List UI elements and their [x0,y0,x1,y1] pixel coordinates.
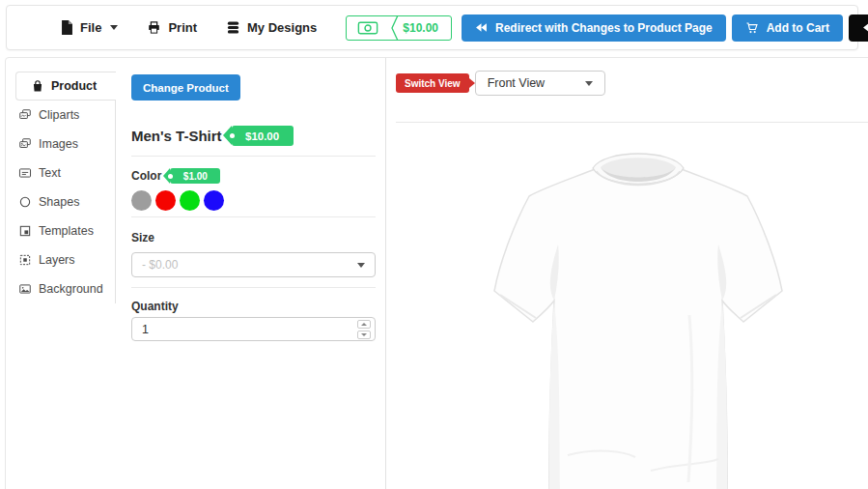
sidebar-tab-images[interactable]: Images [6,129,115,158]
print-label: Print [168,20,197,35]
change-product-label: Change Product [143,82,229,94]
sidebar-tab-product[interactable]: Product [15,72,116,101]
divider [131,216,376,217]
tab-label: Text [39,166,61,180]
quantity-spinner [357,320,371,339]
switch-view-callout: Switch View [396,73,469,93]
designs-stack-icon [226,20,240,35]
back-to-shop-button[interactable]: Back to Shop [849,14,868,42]
print-menu[interactable]: Print [147,20,197,35]
templates-icon [18,224,32,238]
chevron-down-icon [585,81,593,86]
module-sidebar: Product Cliparts Images Text Shapes Temp… [6,72,116,303]
product-price-tag: $10.00 [232,126,294,146]
add-to-cart-button[interactable]: Add to Cart [732,14,843,42]
view-select-value: Front View [488,76,546,90]
shapes-circle-icon [18,195,32,209]
shopping-bag-icon [31,79,44,93]
add-to-cart-label: Add to Cart [767,21,829,35]
file-icon [61,20,73,35]
file-menu[interactable]: File [61,20,118,35]
color-swatches [131,190,376,211]
tshirt-product-image[interactable] [489,136,788,489]
design-total-price-badge: $10.00 [346,15,452,41]
redirect-to-product-page-button[interactable]: Redirect with Changes to Product Page [462,14,726,42]
money-icon [347,21,389,35]
tab-label: Product [51,79,97,93]
my-designs-label: My Designs [247,20,317,35]
color-swatch-red[interactable] [155,190,176,211]
backward-icon [475,22,488,33]
cliparts-icon [18,108,32,122]
sidebar-tab-text[interactable]: Text [6,158,115,187]
total-price-value: $10.00 [399,21,451,35]
tab-label: Templates [39,224,94,238]
sidebar-tab-shapes[interactable]: Shapes [6,187,115,216]
tab-label: Images [39,137,78,151]
tab-label: Background [39,282,103,296]
chevron-down-icon [110,25,118,30]
cart-icon [745,21,759,35]
change-product-button[interactable]: Change Product [131,74,240,101]
color-swatch-green[interactable] [180,190,200,211]
quantity-up-button[interactable] [357,320,371,329]
sidebar-tab-layers[interactable]: Layers [6,245,115,274]
tab-label: Shapes [39,195,79,209]
top-toolbar: File Print My Designs $10.00 Redirect wi… [6,5,858,50]
images-icon [18,137,32,151]
badge-notch [389,15,399,41]
print-icon [147,20,161,35]
chevron-down-icon [357,263,365,268]
quantity-label: Quantity [131,300,376,313]
product-title: Men's T-Shirt [131,128,222,144]
quantity-input[interactable] [133,323,357,336]
size-select-value: - $0.00 [142,258,178,272]
my-designs-menu[interactable]: My Designs [226,20,317,35]
divider [396,122,868,123]
view-select[interactable]: Front View [475,71,605,96]
tab-label: Cliparts [39,108,79,122]
size-select[interactable]: - $0.00 [131,252,376,277]
sidebar-tab-background[interactable]: Background [6,274,115,303]
divider [131,287,376,288]
sidebar-tab-cliparts[interactable]: Cliparts [6,101,115,129]
sidebar-tab-templates[interactable]: Templates [6,216,115,245]
layers-icon [18,253,32,267]
quantity-down-button[interactable] [357,331,371,339]
background-image-icon [18,282,32,296]
file-label: File [80,20,101,35]
product-options-panel: Change Product Men's T-Shirt $10.00 Colo… [115,58,386,489]
divider [131,156,376,157]
color-swatch-grey[interactable] [131,190,152,211]
text-icon [18,166,32,180]
color-price-tag: $1.00 [170,168,220,184]
size-label: Size [131,231,376,244]
redirect-button-label: Redirect with Changes to Product Page [495,21,713,35]
tab-label: Layers [39,253,75,267]
color-label: Color [131,169,161,183]
color-swatch-blue[interactable] [204,190,224,211]
backward-icon [862,22,868,33]
design-stage-area: Switch View Front View [386,58,868,489]
designer-content: Product Cliparts Images Text Shapes Temp… [5,57,868,489]
